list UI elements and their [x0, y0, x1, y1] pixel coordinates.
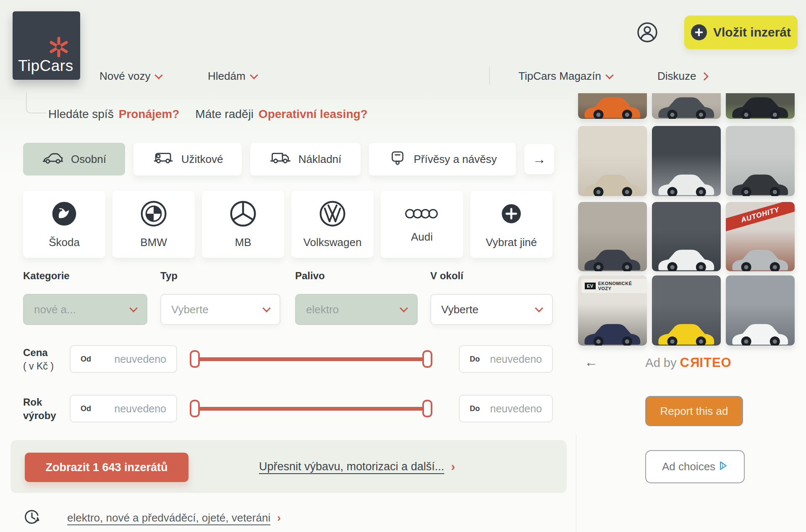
to-value: neuvedeno [490, 403, 542, 415]
brand-row: ŠkodaBMWMBVolkswagenAudiVybrat jiné [23, 191, 552, 258]
from-value: neuvedeno [114, 353, 166, 365]
vehicle-type-osobn-[interactable]: Osobní [23, 143, 125, 176]
tipcars-search-page: TipCars Nové vozyHledám TipCars MagazínD… [0, 0, 806, 532]
filter-dropdown[interactable]: nové a... [23, 294, 147, 325]
ad-choices-button[interactable]: Ad choices [645, 450, 745, 483]
chevron-down-icon [400, 304, 408, 312]
range-from-input[interactable]: Odneuvedeno [70, 395, 177, 422]
chevron-down-icon [262, 304, 271, 312]
vehicle-type-row: OsobníUžitkovéNákladníPřívěsy a návěsy→ [23, 143, 554, 176]
filter-dropdown[interactable]: elektro [295, 294, 418, 325]
slider-handle-max[interactable] [422, 350, 432, 368]
refine-link[interactable]: Upřesnit výbavu, motorizaci a další... [259, 460, 444, 473]
filter-dropdown[interactable]: Vyberte [430, 294, 553, 325]
ad-car-photo-lamborghini-urus-yellow[interactable] [652, 275, 721, 346]
plus-circle-icon [497, 199, 526, 230]
brand-label: Volkswagen [304, 236, 362, 249]
ad-car-photo-volvo-xc90-studio[interactable] [578, 126, 647, 196]
to-value: neuvedeno [490, 353, 542, 365]
ad-car-photo-skoda-kodiaq-autohity[interactable]: AUTOHITY [726, 202, 795, 271]
ad-car-photo-ford-gt-showroom[interactable] [652, 202, 721, 271]
from-label: Od [81, 355, 91, 364]
ad-car-photo-bmw-3gt-white[interactable] [726, 275, 795, 346]
brand-tile-audi[interactable]: Audi [381, 191, 463, 258]
bmw-logo [139, 199, 168, 230]
ad-attribution: Ad by CRITEO [600, 355, 777, 370]
rental-link[interactable]: Pronájem? [119, 107, 180, 121]
refine-row: Upřesnit výbavu, motorizaci a další... › [259, 440, 455, 493]
connector-bracket [26, 92, 46, 113]
results-bar: Zobrazit 1 643 inzerátů Upřesnit výbavu,… [10, 440, 567, 493]
filter-palivo: Palivo elektro [295, 270, 418, 325]
range-slider [190, 395, 432, 422]
adchoices-icon [719, 460, 728, 473]
range-to-input[interactable]: Doneuvedeno [459, 395, 553, 422]
nav-item-hled-m[interactable]: Hledám [208, 70, 257, 83]
nav-item-nov-vozy[interactable]: Nové vozy [99, 70, 162, 83]
ad-by-label: Ad by [645, 356, 676, 370]
ad-car-photo-white-roof-suv-grass[interactable] [726, 93, 795, 119]
promo-line: Hledáte spíš Pronájem? Máte raději Opera… [48, 107, 368, 121]
header-divider [489, 66, 490, 85]
history-link[interactable]: elektro, nové a předváděcí, ojeté, veter… [67, 511, 270, 524]
filter-value: nové a... [34, 303, 76, 316]
slider-track[interactable] [195, 407, 427, 411]
brand-label: Audi [411, 231, 433, 244]
brand-tile-volkswagen[interactable]: Volkswagen [291, 191, 374, 258]
brand-tile-vybrat-jin-[interactable]: Vybrat jiné [470, 191, 552, 258]
to-label: Do [470, 355, 480, 364]
chevron-right-icon: › [451, 460, 455, 473]
range-label-cena: Cena( v Kč ) [23, 346, 54, 373]
ad-car-photo-rolls-royce-ghost[interactable] [578, 202, 647, 271]
filter-label: V okolí [430, 270, 553, 282]
user-icon[interactable] [636, 21, 658, 45]
criteo-logo[interactable]: CRITEO [680, 355, 732, 370]
volkswagen-logo [318, 199, 347, 230]
nav-item-tipcars-magaz-n[interactable]: TipCars Magazín [518, 70, 612, 83]
add-listing-button[interactable]: Vložit inzerát [684, 16, 798, 49]
to-label: Do [470, 404, 480, 413]
mercedes-logo [229, 199, 257, 230]
ad-frame-edge [576, 435, 576, 532]
more-types-button[interactable]: → [524, 144, 554, 174]
leasing-link[interactable]: Operativní leasing? [259, 107, 368, 121]
nav-label: TipCars Magazín [518, 70, 601, 83]
vehicle-type-n-kladn-[interactable]: Nákladní [250, 143, 361, 176]
filter-dropdown[interactable]: Vyberte [160, 294, 280, 325]
ad-choices-label: Ad choices [662, 460, 715, 473]
chevron-right-icon [701, 72, 709, 81]
ad-car-photo-maserati-levante-ev[interactable]: EVEKONOMICKÉ VOZY [578, 275, 647, 346]
plus-icon [691, 24, 707, 40]
tipcars-logo[interactable]: TipCars [13, 11, 80, 80]
trailer-icon [388, 150, 407, 169]
slider-track[interactable] [195, 357, 427, 361]
filter-value: elektro [306, 303, 339, 316]
show-results-button[interactable]: Zobrazit 1 643 inzerátů [25, 453, 188, 482]
promo-text-1: Hledáte spíš [48, 107, 114, 121]
range-to-input[interactable]: Doneuvedeno [459, 345, 553, 373]
slider-handle-min[interactable] [190, 400, 200, 417]
brand-tile-mb[interactable]: MB [202, 191, 284, 258]
brand-label: Škoda [49, 236, 80, 249]
audi-logo [404, 205, 440, 224]
ad-car-photo-gray-suv-front[interactable] [652, 93, 721, 119]
badge-tag: EV [585, 283, 596, 289]
brand-tile-bmw[interactable]: BMW [113, 191, 195, 258]
car-icon [42, 151, 64, 168]
brand-tile--koda[interactable]: Škoda [23, 191, 105, 258]
filter-value: Vyberte [171, 303, 209, 316]
ad-car-photo-orange-sports-car[interactable] [578, 93, 647, 119]
ad-car-photo-ford-bronco-dealership[interactable] [652, 126, 721, 196]
nav-item-diskuze[interactable]: Diskuze [657, 70, 707, 83]
ad-car-photo-defender-matte-black[interactable] [726, 126, 795, 196]
slider-handle-max[interactable] [422, 400, 432, 417]
slider-handle-min[interactable] [190, 350, 200, 368]
range-label-rok: Rokvýroby [23, 396, 56, 422]
vehicle-type-u-itkov-[interactable]: Užitkové [133, 143, 242, 176]
report-ad-button[interactable]: Report this ad [645, 396, 743, 426]
vehicle-type-p-v-sy-a-n-v-sy[interactable]: Přívěsy a návěsy [369, 143, 516, 176]
arrow-left-icon[interactable]: ← [584, 355, 598, 369]
filter-kategorie: Kategorie nové a... [23, 270, 147, 325]
asterisk-icon [47, 36, 70, 60]
range-from-input[interactable]: Odneuvedeno [70, 345, 177, 373]
